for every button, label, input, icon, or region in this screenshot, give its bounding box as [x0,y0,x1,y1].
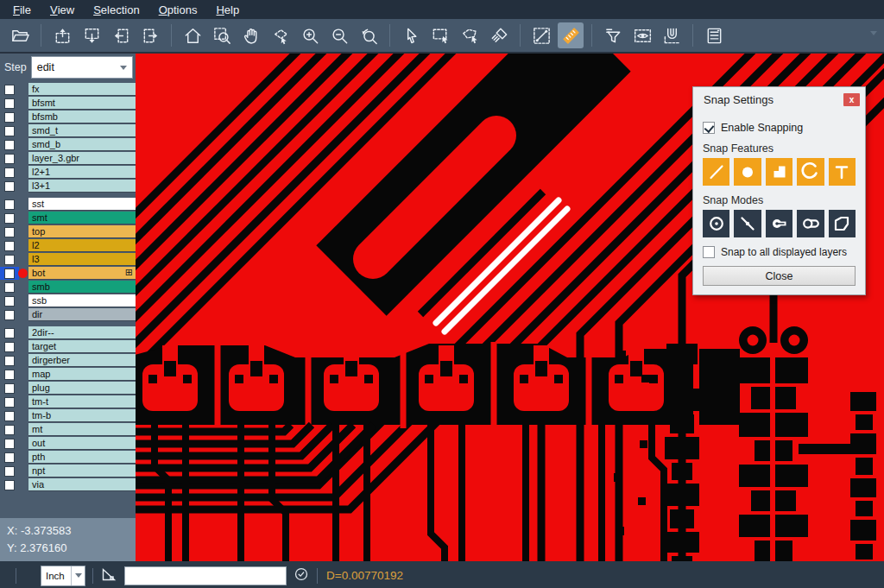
command-input[interactable] [124,566,287,585]
layer-row-out[interactable]: out [0,437,136,450]
layer-row-bfsmb[interactable]: bfsmb [0,111,136,123]
layer-row-pth[interactable]: pth [0,451,136,464]
layer-checkbox[interactable] [4,168,15,178]
layer-checkbox[interactable] [4,397,15,408]
layer-checkbox[interactable] [4,269,15,279]
layer-row-ssb[interactable]: ssb [0,294,136,307]
layer-row-sst[interactable]: sst [0,198,136,211]
layer-row-plug[interactable]: plug [0,382,136,395]
toolbar-export-left[interactable] [108,22,134,48]
layer-checkbox[interactable] [4,227,15,237]
layer-checkbox[interactable] [4,439,15,449]
snap-feature-text-button[interactable] [829,158,856,186]
layer-checkbox[interactable] [4,241,15,251]
menu-options[interactable]: Options [149,0,207,19]
layer-row-smb[interactable]: smb [0,281,136,294]
layer-checkbox[interactable] [4,411,15,421]
toolbar-display-options[interactable] [629,22,655,48]
toolbar-snap[interactable] [659,22,685,48]
menu-help[interactable]: Help [206,0,249,19]
toolbar-overflow-icon[interactable] [870,31,877,35]
layer-checkbox[interactable] [4,213,15,224]
toolbar-export-top[interactable] [49,22,75,48]
toolbar-pan[interactable] [238,22,264,48]
layer-checkbox[interactable] [4,282,15,293]
layer-checkbox[interactable] [4,296,15,307]
layer-checkbox[interactable] [4,452,15,463]
layer-checkbox[interactable] [4,328,15,338]
toolbar-open[interactable] [7,22,33,48]
snap-feature-arc-button[interactable] [797,158,824,186]
layer-row-l3+1[interactable]: l3+1 [0,180,136,193]
snap-feature-surface-button[interactable] [766,158,792,186]
layer-row-smd_b[interactable]: smd_b [0,138,136,151]
layer-row-target[interactable]: target [0,340,136,353]
layer-row-tm-b[interactable]: tm-b [0,409,136,422]
menu-view[interactable]: View [41,0,84,19]
toolbar-select-pointer[interactable] [398,22,424,48]
dialog-title-bar[interactable]: Snap Settings x [693,87,865,111]
unit-select[interactable]: Inch [41,566,85,586]
layer-row-smd_t[interactable]: smd_t [0,124,136,137]
layer-row-2dir--[interactable]: 2dir-- [0,326,136,339]
layer-row-smt[interactable]: smt [0,212,136,224]
apply-check-icon[interactable] [294,566,309,585]
layer-row-l2[interactable]: l2 [0,239,136,252]
toolbar-export-bottom[interactable] [79,22,104,48]
layer-checkbox[interactable] [4,425,15,435]
layer-row-top[interactable]: top [0,225,136,238]
layer-checkbox[interactable] [4,140,15,150]
snap-mode-center-button[interactable] [703,210,729,237]
toolbar-home-view[interactable] [180,22,205,48]
toolbar-zoom-in[interactable] [297,22,323,48]
layer-row-map[interactable]: map [0,368,136,381]
layer-row-fx[interactable]: fx [0,83,136,96]
layer-row-bfsmt[interactable]: bfsmt [0,97,136,110]
layer-checkbox[interactable] [4,98,15,109]
snap-mode-slot-outline-button[interactable] [797,210,824,237]
layer-checkbox[interactable] [4,85,15,95]
all-layers-row[interactable]: Snap to all displayed layers [703,246,856,258]
layer-row-dir[interactable]: dir [0,308,136,321]
layer-checkbox[interactable] [4,480,15,490]
layer-checkbox[interactable] [4,356,15,366]
toolbar-select-rectangle[interactable] [427,22,453,48]
layer-checkbox[interactable] [4,154,15,164]
toolbar-report[interactable] [701,22,727,48]
step-select[interactable]: edit [31,56,133,79]
layer-row-layer_3.gbr[interactable]: layer_3.gbr [0,152,136,165]
snap-feature-line-button[interactable] [703,158,729,186]
toolbar-select-polygon[interactable] [457,22,483,48]
toolbar-measure-distance[interactable] [528,22,554,48]
layer-checkbox[interactable] [4,342,15,352]
dialog-close-button[interactable]: Close [703,266,856,286]
layer-checkbox[interactable] [4,255,15,265]
toolbar-ruler[interactable] [558,22,584,48]
layer-row-l2+1[interactable]: l2+1 [0,166,136,179]
layer-checkbox[interactable] [4,466,15,477]
toolbar-zoom-out[interactable] [326,22,352,48]
snap-mode-slot-filled-button[interactable] [766,210,792,237]
toolbar-zoom-window[interactable] [209,22,235,48]
angle-mode-icon[interactable] [100,566,117,586]
menu-selection[interactable]: Selection [84,0,148,19]
layer-row-tm-t[interactable]: tm-t [0,395,136,408]
layer-row-l3[interactable]: l3 [0,253,136,266]
layer-row-npt[interactable]: npt [0,465,136,477]
toolbar-export-right[interactable] [137,22,163,48]
toolbar-clear-selection[interactable] [486,22,512,48]
layer-checkbox[interactable] [4,383,15,394]
menu-file[interactable]: File [3,0,41,19]
toolbar-filter[interactable] [600,22,626,48]
enable-snapping-checkbox[interactable] [703,122,715,134]
layer-row-mt[interactable]: mt [0,423,136,436]
toolbar-move-vertex[interactable] [268,22,294,48]
layer-checkbox[interactable] [4,310,15,320]
layer-checkbox[interactable] [4,112,15,123]
snap-mode-contour-button[interactable] [829,210,856,237]
snap-mode-closest-point-button[interactable] [734,210,761,237]
layer-row-dirgerber[interactable]: dirgerber [0,354,136,367]
snap-feature-pad-button[interactable] [734,158,761,186]
pcb-canvas[interactable]: Snap Settings x Enable Snapping Snap Fea… [136,54,884,561]
enable-snapping-row[interactable]: Enable Snapping [703,122,856,134]
